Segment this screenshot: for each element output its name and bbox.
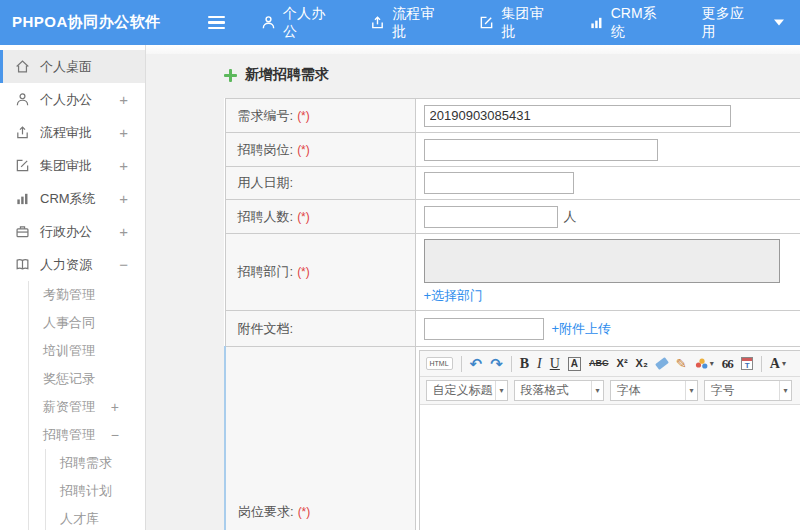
demand-no-input[interactable] <box>424 105 731 127</box>
expand-icon[interactable]: + <box>119 190 128 207</box>
custom-title-select[interactable]: 自定义标题▾ <box>426 380 508 401</box>
recruit-submenu: 招聘需求 招聘计划 人才库 <box>45 449 145 530</box>
sidebar-item-label: 个人办公 <box>40 91 92 109</box>
top-navbar: PHPOA协同办公软件 个人办公 流程审批 集团审批 <box>0 0 800 45</box>
font-size-select[interactable]: 字号▾ <box>704 380 792 401</box>
bar-chart-icon <box>589 15 604 30</box>
chevron-down-icon <box>774 19 784 26</box>
sidebar-item-workflow-approval[interactable]: 流程审批 + <box>0 116 145 149</box>
briefcase-icon <box>15 224 32 239</box>
editor-toolbar-row2: 自定义标题▾ 段落格式▾ 字体▾ 字号▾ <box>420 377 800 405</box>
sidebar-item-admin-office[interactable]: 行政办公 + <box>0 215 145 248</box>
nav-item-group-approval[interactable]: 集团审批 <box>463 0 572 45</box>
nav-item-crm[interactable]: CRM系统 <box>573 0 686 45</box>
sidebar-item-attendance[interactable]: 考勤管理 <box>29 281 145 309</box>
html-source-button[interactable]: HTML <box>426 357 453 370</box>
nav-item-label: 更多应用 <box>702 5 757 41</box>
hire-date-input[interactable] <box>424 172 574 194</box>
field-label-job-requirements: 岗位要求:(*) <box>225 347 415 530</box>
nav-item-workflow-approval[interactable]: 流程审批 <box>354 0 463 45</box>
sidebar-item-recruit-plan[interactable]: 招聘计划 <box>46 477 145 505</box>
field-label-demand-no: 需求编号:(*) <box>225 99 415 133</box>
nav-item-more-apps[interactable]: 更多应用 <box>686 0 800 45</box>
menu-toggle-icon[interactable] <box>208 16 225 30</box>
expand-icon[interactable]: + <box>119 157 128 174</box>
department-textarea[interactable] <box>424 239 780 283</box>
table-row: 招聘岗位:(*) <box>225 133 800 167</box>
collapse-icon[interactable]: − <box>119 256 128 273</box>
select-department-link[interactable]: +选择部门 <box>424 287 484 305</box>
underline-button[interactable]: U <box>550 357 560 371</box>
font-style-button[interactable]: A▾ <box>770 357 786 371</box>
attachment-input[interactable] <box>424 318 544 340</box>
sidebar-item-talent-pool[interactable]: 人才库 <box>46 505 145 530</box>
table-row: 岗位要求:(*) HTML ↶ ↷ B I <box>225 347 800 530</box>
sidebar-item-hr-contract[interactable]: 人事合同 <box>29 309 145 337</box>
hr-submenu: 考勤管理 人事合同 培训管理 奖惩记录 薪资管理 + 招聘管理 − 招聘需求 <box>28 281 145 530</box>
expand-icon[interactable]: + <box>119 91 128 108</box>
sidebar-subitem-label: 考勤管理 <box>43 286 95 304</box>
content-top-strip <box>146 45 800 54</box>
nav-item-label: CRM系统 <box>611 5 670 41</box>
sidebar-item-crm[interactable]: CRM系统 + <box>0 182 145 215</box>
sidebar-subitem-label: 招聘管理 <box>43 426 95 444</box>
paste-table-icon[interactable] <box>741 357 753 370</box>
sidebar-item-label: 人力资源 <box>40 256 92 274</box>
bar-chart-icon <box>15 191 32 206</box>
attachment-upload-link[interactable]: +附件上传 <box>552 321 612 336</box>
expand-icon[interactable]: + <box>119 124 128 141</box>
collapse-icon[interactable]: − <box>111 427 119 443</box>
sidebar-item-recruit-mgmt[interactable]: 招聘管理 − <box>29 421 145 449</box>
sidebar-subitem-label: 奖惩记录 <box>43 370 95 388</box>
paragraph-format-select[interactable]: 段落格式▾ <box>514 380 604 401</box>
rich-text-editor: HTML ↶ ↷ B I U A ABC X² <box>419 350 800 530</box>
table-row: 附件文档: +附件上传 <box>225 311 800 347</box>
expand-icon[interactable]: + <box>111 399 119 415</box>
format-brush-icon[interactable]: ✎ <box>676 357 687 370</box>
chevron-down-icon: ▾ <box>685 381 696 400</box>
sidebar-item-reward-punishment[interactable]: 奖惩记录 <box>29 365 145 393</box>
sidebar-item-recruit-demand[interactable]: 招聘需求 <box>46 449 145 477</box>
sidebar-subitem-label: 培训管理 <box>43 342 95 360</box>
subscript-button[interactable]: X₂ <box>636 358 648 369</box>
nav-item-label: 集团审批 <box>501 5 556 41</box>
expand-icon[interactable]: + <box>119 223 128 240</box>
top-nav-menu: 个人办公 流程审批 集团审批 CRM系统 更多应用 <box>245 0 800 45</box>
superscript-button[interactable]: X² <box>617 358 628 369</box>
strikethrough-button[interactable]: ABC <box>589 359 609 368</box>
sidebar-subitem-label: 招聘需求 <box>60 454 112 472</box>
sidebar-item-hr[interactable]: 人力资源 − <box>0 248 145 281</box>
page-title-text: 新增招聘需求 <box>245 66 329 84</box>
headcount-unit: 人 <box>564 209 577 224</box>
bold-button[interactable]: B <box>520 357 529 371</box>
sidebar-item-personal-office[interactable]: 个人办公 + <box>0 83 145 116</box>
nav-item-label: 流程审批 <box>392 5 447 41</box>
sidebar-item-label: 个人桌面 <box>40 58 92 76</box>
redo-icon[interactable]: ↷ <box>490 356 503 371</box>
nav-item-personal-office[interactable]: 个人办公 <box>245 0 354 45</box>
job-requirements-editor-area[interactable] <box>420 405 800 530</box>
highlight-color-icon[interactable]: ▾ <box>695 358 714 370</box>
person-icon <box>15 92 32 107</box>
nav-item-label: 个人办公 <box>283 5 338 41</box>
sidebar-subitem-label: 人才库 <box>60 510 99 528</box>
book-icon <box>15 257 32 272</box>
undo-icon[interactable]: ↶ <box>470 356 483 371</box>
eraser-icon[interactable] <box>655 357 669 370</box>
italic-button[interactable]: I <box>537 357 542 371</box>
edit-icon <box>15 158 32 173</box>
main-content: 新增招聘需求 需求编号:(*) 招聘岗位:(*) <box>146 45 800 530</box>
sidebar-subitem-label: 人事合同 <box>43 314 95 332</box>
sidebar-item-salary[interactable]: 薪资管理 + <box>29 393 145 421</box>
blockquote-button[interactable]: 66 <box>722 357 733 370</box>
sidebar-item-group-approval[interactable]: 集团审批 + <box>0 149 145 182</box>
sidebar-item-personal-desktop[interactable]: 个人桌面 <box>0 50 145 83</box>
headcount-input[interactable] <box>424 206 558 228</box>
sidebar: 个人桌面 个人办公 + 流程审批 + 集团审批 + <box>0 45 146 530</box>
table-row: 需求编号:(*) <box>225 99 800 133</box>
field-label-attachment: 附件文档: <box>225 311 415 347</box>
sidebar-item-training[interactable]: 培训管理 <box>29 337 145 365</box>
font-color-button[interactable]: A <box>568 357 581 371</box>
font-family-select[interactable]: 字体▾ <box>610 380 698 401</box>
position-input[interactable] <box>424 139 658 161</box>
